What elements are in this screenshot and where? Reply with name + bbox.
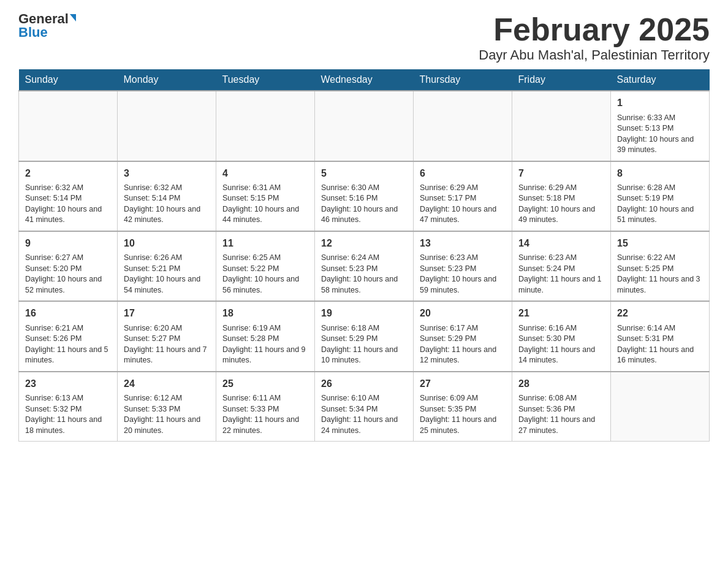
table-row: 4Sunrise: 6:31 AMSunset: 5:15 PMDaylight… bbox=[216, 161, 315, 231]
day-info: Sunrise: 6:23 AMSunset: 5:24 PMDaylight:… bbox=[518, 253, 604, 296]
day-number: 12 bbox=[321, 237, 407, 250]
day-number: 17 bbox=[124, 307, 210, 320]
day-number: 21 bbox=[518, 307, 604, 320]
day-info: Sunrise: 6:31 AMSunset: 5:15 PMDaylight:… bbox=[222, 183, 308, 226]
table-row: 14Sunrise: 6:23 AMSunset: 5:24 PMDayligh… bbox=[512, 231, 611, 301]
logo: General Blue bbox=[18, 12, 76, 39]
table-row: 24Sunrise: 6:12 AMSunset: 5:33 PMDayligh… bbox=[118, 372, 216, 442]
day-number: 1 bbox=[617, 96, 703, 110]
table-row: 13Sunrise: 6:23 AMSunset: 5:23 PMDayligh… bbox=[414, 231, 512, 301]
table-row bbox=[118, 91, 216, 161]
page-header: General Blue February 2025 Dayr Abu Mash… bbox=[18, 12, 710, 63]
table-row: 15Sunrise: 6:22 AMSunset: 5:25 PMDayligh… bbox=[611, 231, 710, 301]
day-number: 4 bbox=[222, 167, 308, 180]
day-number: 2 bbox=[25, 167, 111, 180]
day-info: Sunrise: 6:19 AMSunset: 5:28 PMDaylight:… bbox=[222, 323, 308, 366]
table-row: 25Sunrise: 6:11 AMSunset: 5:33 PMDayligh… bbox=[216, 372, 315, 442]
day-number: 3 bbox=[124, 167, 210, 180]
table-row bbox=[315, 91, 414, 161]
day-number: 19 bbox=[321, 307, 407, 320]
table-row: 6Sunrise: 6:29 AMSunset: 5:17 PMDaylight… bbox=[414, 161, 512, 231]
table-row: 7Sunrise: 6:29 AMSunset: 5:18 PMDaylight… bbox=[512, 161, 611, 231]
logo-general-text: General bbox=[18, 12, 69, 26]
day-number: 11 bbox=[222, 237, 308, 250]
day-info: Sunrise: 6:32 AMSunset: 5:14 PMDaylight:… bbox=[25, 183, 111, 226]
col-sunday: Sunday bbox=[19, 69, 118, 91]
week-row-3: 9Sunrise: 6:27 AMSunset: 5:20 PMDaylight… bbox=[19, 231, 710, 301]
day-info: Sunrise: 6:30 AMSunset: 5:16 PMDaylight:… bbox=[321, 183, 407, 226]
page-title: February 2025 bbox=[479, 12, 710, 47]
day-info: Sunrise: 6:29 AMSunset: 5:18 PMDaylight:… bbox=[518, 183, 604, 226]
day-info: Sunrise: 6:12 AMSunset: 5:33 PMDaylight:… bbox=[124, 393, 210, 436]
day-info: Sunrise: 6:23 AMSunset: 5:23 PMDaylight:… bbox=[420, 253, 506, 296]
col-tuesday: Tuesday bbox=[216, 69, 315, 91]
col-saturday: Saturday bbox=[611, 69, 710, 91]
day-number: 23 bbox=[25, 377, 111, 391]
table-row bbox=[19, 91, 118, 161]
day-info: Sunrise: 6:13 AMSunset: 5:32 PMDaylight:… bbox=[25, 393, 111, 436]
col-wednesday: Wednesday bbox=[315, 69, 414, 91]
table-row: 19Sunrise: 6:18 AMSunset: 5:29 PMDayligh… bbox=[315, 301, 414, 371]
table-row: 20Sunrise: 6:17 AMSunset: 5:29 PMDayligh… bbox=[414, 301, 512, 371]
table-row: 18Sunrise: 6:19 AMSunset: 5:28 PMDayligh… bbox=[216, 301, 315, 371]
day-info: Sunrise: 6:11 AMSunset: 5:33 PMDaylight:… bbox=[222, 393, 308, 436]
table-row: 10Sunrise: 6:26 AMSunset: 5:21 PMDayligh… bbox=[118, 231, 216, 301]
day-info: Sunrise: 6:18 AMSunset: 5:29 PMDaylight:… bbox=[321, 323, 407, 366]
day-info: Sunrise: 6:28 AMSunset: 5:19 PMDaylight:… bbox=[617, 183, 703, 226]
day-info: Sunrise: 6:10 AMSunset: 5:34 PMDaylight:… bbox=[321, 393, 407, 436]
day-number: 28 bbox=[518, 377, 604, 391]
day-info: Sunrise: 6:32 AMSunset: 5:14 PMDaylight:… bbox=[124, 183, 210, 226]
day-number: 6 bbox=[420, 167, 506, 180]
day-number: 16 bbox=[25, 307, 111, 320]
table-row: 5Sunrise: 6:30 AMSunset: 5:16 PMDaylight… bbox=[315, 161, 414, 231]
table-row: 3Sunrise: 6:32 AMSunset: 5:14 PMDaylight… bbox=[118, 161, 216, 231]
day-info: Sunrise: 6:22 AMSunset: 5:25 PMDaylight:… bbox=[617, 253, 703, 296]
day-info: Sunrise: 6:20 AMSunset: 5:27 PMDaylight:… bbox=[124, 323, 210, 366]
table-row: 8Sunrise: 6:28 AMSunset: 5:19 PMDaylight… bbox=[611, 161, 710, 231]
day-number: 24 bbox=[124, 377, 210, 391]
day-info: Sunrise: 6:33 AMSunset: 5:13 PMDaylight:… bbox=[617, 113, 703, 156]
day-number: 18 bbox=[222, 307, 308, 320]
day-number: 20 bbox=[420, 307, 506, 320]
day-info: Sunrise: 6:24 AMSunset: 5:23 PMDaylight:… bbox=[321, 253, 407, 296]
week-row-4: 16Sunrise: 6:21 AMSunset: 5:26 PMDayligh… bbox=[19, 301, 710, 371]
table-row: 9Sunrise: 6:27 AMSunset: 5:20 PMDaylight… bbox=[19, 231, 118, 301]
table-row: 16Sunrise: 6:21 AMSunset: 5:26 PMDayligh… bbox=[19, 301, 118, 371]
day-info: Sunrise: 6:09 AMSunset: 5:35 PMDaylight:… bbox=[420, 393, 506, 436]
table-row: 27Sunrise: 6:09 AMSunset: 5:35 PMDayligh… bbox=[414, 372, 512, 442]
table-row bbox=[414, 91, 512, 161]
week-row-1: 1Sunrise: 6:33 AMSunset: 5:13 PMDaylight… bbox=[19, 91, 710, 161]
col-thursday: Thursday bbox=[414, 69, 512, 91]
day-number: 25 bbox=[222, 377, 308, 391]
day-number: 15 bbox=[617, 237, 703, 250]
day-info: Sunrise: 6:14 AMSunset: 5:31 PMDaylight:… bbox=[617, 323, 703, 366]
title-block: February 2025 Dayr Abu Mash'al, Palestin… bbox=[479, 12, 710, 63]
col-friday: Friday bbox=[512, 69, 611, 91]
table-row bbox=[512, 91, 611, 161]
day-number: 26 bbox=[321, 377, 407, 391]
table-row: 1Sunrise: 6:33 AMSunset: 5:13 PMDaylight… bbox=[611, 91, 710, 161]
table-row: 21Sunrise: 6:16 AMSunset: 5:30 PMDayligh… bbox=[512, 301, 611, 371]
table-row: 17Sunrise: 6:20 AMSunset: 5:27 PMDayligh… bbox=[118, 301, 216, 371]
table-row: 11Sunrise: 6:25 AMSunset: 5:22 PMDayligh… bbox=[216, 231, 315, 301]
table-row bbox=[611, 372, 710, 442]
day-number: 22 bbox=[617, 307, 703, 320]
table-row bbox=[216, 91, 315, 161]
logo-blue-text: Blue bbox=[18, 26, 48, 39]
logo-arrow-icon bbox=[70, 14, 76, 21]
day-info: Sunrise: 6:16 AMSunset: 5:30 PMDaylight:… bbox=[518, 323, 604, 366]
day-info: Sunrise: 6:21 AMSunset: 5:26 PMDaylight:… bbox=[25, 323, 111, 366]
calendar-table: Sunday Monday Tuesday Wednesday Thursday… bbox=[18, 69, 710, 442]
table-row: 26Sunrise: 6:10 AMSunset: 5:34 PMDayligh… bbox=[315, 372, 414, 442]
day-info: Sunrise: 6:08 AMSunset: 5:36 PMDaylight:… bbox=[518, 393, 604, 436]
day-number: 27 bbox=[420, 377, 506, 391]
week-row-5: 23Sunrise: 6:13 AMSunset: 5:32 PMDayligh… bbox=[19, 372, 710, 442]
day-number: 8 bbox=[617, 167, 703, 180]
page-subtitle: Dayr Abu Mash'al, Palestinian Territory bbox=[479, 47, 710, 63]
table-row: 2Sunrise: 6:32 AMSunset: 5:14 PMDaylight… bbox=[19, 161, 118, 231]
table-row: 12Sunrise: 6:24 AMSunset: 5:23 PMDayligh… bbox=[315, 231, 414, 301]
calendar-header-row: Sunday Monday Tuesday Wednesday Thursday… bbox=[19, 69, 710, 91]
day-number: 10 bbox=[124, 237, 210, 250]
week-row-2: 2Sunrise: 6:32 AMSunset: 5:14 PMDaylight… bbox=[19, 161, 710, 231]
day-number: 13 bbox=[420, 237, 506, 250]
